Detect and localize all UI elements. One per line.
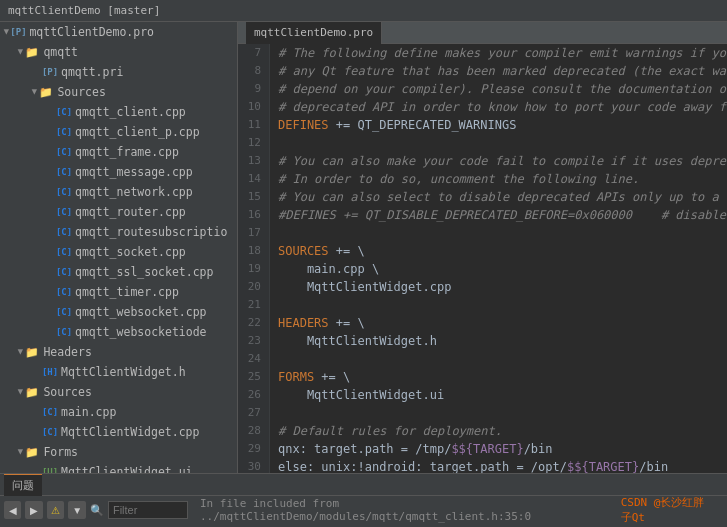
tree-item-label: qmqtt (43, 45, 78, 59)
code-line-8: 8# any Qt feature that has been marked d… (238, 62, 727, 80)
bottom-tabs: 问题 (0, 474, 727, 496)
line-number: 23 (238, 332, 270, 350)
line-content: HEADERS += \ (270, 314, 365, 332)
line-content: DEFINES += QT_DEPRECATED_WARNINGS (270, 116, 516, 134)
line-number: 9 (238, 80, 270, 98)
code-line-29: 29qnx: target.path = /tmp/$${TARGET}/bin (238, 440, 727, 458)
tree-item-label: qmqtt_websocketiode (75, 325, 207, 339)
tree-item-label: Headers (43, 345, 91, 359)
line-content: # Default rules for deployment. (270, 422, 502, 440)
code-line-17: 17 (238, 224, 727, 242)
tree-item-label: qmqtt_ssl_socket.cpp (75, 265, 213, 279)
line-content: MqttClientWidget.ui (270, 386, 444, 404)
file-icon-cpp: [C] (56, 104, 72, 120)
filter-button[interactable]: ▼ (68, 501, 85, 519)
code-line-19: 19 main.cpp \ (238, 260, 727, 278)
nav-right-button[interactable]: ▶ (25, 501, 42, 519)
line-number: 19 (238, 260, 270, 278)
line-number: 8 (238, 62, 270, 80)
watermark: CSDN @长沙红胖子Qt (621, 495, 715, 525)
tree-item-qmqtt-client-p[interactable]: [C]qmqtt_client_p.cpp (0, 122, 237, 142)
tree-item-forms[interactable]: ▶📁Forms (0, 442, 237, 462)
code-line-22: 22HEADERS += \ (238, 314, 727, 332)
tree-item-label: MqttClientWidget.h (61, 365, 186, 379)
file-icon-cpp: [C] (42, 404, 58, 420)
tree-item-qmqtt-ssl[interactable]: [C]qmqtt_ssl_socket.cpp (0, 262, 237, 282)
tree-item-label: qmqtt_socket.cpp (75, 245, 186, 259)
tree-item-qmqtt-client[interactable]: [C]qmqtt_client.cpp (0, 102, 237, 122)
line-number: 16 (238, 206, 270, 224)
file-icon-cpp: [C] (56, 244, 72, 260)
tree-item-qmqtt-routesub[interactable]: [C]qmqtt_routesubscriptio (0, 222, 237, 242)
line-content (270, 350, 278, 368)
tree-item-qmqtt-websocketiod[interactable]: [C]qmqtt_websocketiode (0, 322, 237, 342)
tree-item-headers1[interactable]: ▶📁Headers (0, 342, 237, 362)
code-line-24: 24 (238, 350, 727, 368)
tree-item-mqttclientwidget-h[interactable]: [H]MqttClientWidget.h (0, 362, 237, 382)
file-icon-cpp: [C] (56, 324, 72, 340)
editor-tab-bar: mqttClientDemo.pro (238, 22, 727, 44)
tree-item-label: qmqtt_frame.cpp (75, 145, 179, 159)
line-number: 20 (238, 278, 270, 296)
code-line-9: 9# depend on your compiler). Please cons… (238, 80, 727, 98)
nav-left-button[interactable]: ◀ (4, 501, 21, 519)
line-content: # depend on your compiler). Please consu… (270, 80, 727, 98)
tree-item-sources2[interactable]: ▶📁Sources (0, 382, 237, 402)
tree-item-qmqtt-message[interactable]: [C]qmqtt_message.cpp (0, 162, 237, 182)
line-content: FORMS += \ (270, 368, 350, 386)
file-icon-cpp: [C] (56, 164, 72, 180)
warning-button[interactable]: ⚠ (47, 501, 64, 519)
tree-item-label: Sources (57, 85, 105, 99)
tree-item-qmqtt[interactable]: ▶📁qmqtt (0, 42, 237, 62)
tree-item-qmqtt-frame[interactable]: [C]qmqtt_frame.cpp (0, 142, 237, 162)
file-icon-h: [H] (42, 364, 58, 380)
file-icon-cpp: [C] (56, 284, 72, 300)
tree-item-qmqtt-socket[interactable]: [C]qmqtt_socket.cpp (0, 242, 237, 262)
tree-item-mqttclientwidget-cpp[interactable]: [C]MqttClientWidget.cpp (0, 422, 237, 442)
filter-input[interactable] (108, 501, 188, 519)
filter-icon: 🔍 (90, 504, 104, 517)
code-line-28: 28# Default rules for deployment. (238, 422, 727, 440)
line-content: # any Qt feature that has been marked de… (270, 62, 727, 80)
tree-item-qmqtt-router[interactable]: [C]qmqtt_router.cpp (0, 202, 237, 222)
line-content: # The following define makes your compil… (270, 44, 727, 62)
folder-icon: 📁 (38, 84, 54, 100)
file-icon-cpp: [C] (56, 264, 72, 280)
tree-arrow-down: ▶ (16, 449, 26, 454)
file-icon-cpp: [C] (56, 184, 72, 200)
tree-item-label: qmqtt_network.cpp (75, 185, 193, 199)
bottom-tab-issues[interactable]: 问题 (4, 474, 42, 496)
tree-item-qmqtt-websocket[interactable]: [C]qmqtt_websocket.cpp (0, 302, 237, 322)
line-number: 26 (238, 386, 270, 404)
line-number: 13 (238, 152, 270, 170)
tree-item-qmqtt-network[interactable]: [C]qmqtt_network.cpp (0, 182, 237, 202)
tree-item-mqttclientwidget-ui[interactable]: [U]MqttClientWidget.ui (0, 462, 237, 473)
line-number: 10 (238, 98, 270, 116)
code-line-12: 12 (238, 134, 727, 152)
folder-icon: 📁 (24, 344, 40, 360)
file-tree[interactable]: ▶[P]mqttClientDemo.pro▶📁qmqtt[P]qmqtt.pr… (0, 22, 238, 473)
main-layout: ▶[P]mqttClientDemo.pro▶📁qmqtt[P]qmqtt.pr… (0, 22, 727, 473)
code-line-16: 16#DEFINES += QT_DISABLE_DEPRECATED_BEFO… (238, 206, 727, 224)
file-icon-cpp: [C] (56, 144, 72, 160)
line-content: # In order to do so, uncomment the follo… (270, 170, 639, 188)
tree-item-label: qmqtt_websocket.cpp (75, 305, 207, 319)
line-number: 30 (238, 458, 270, 473)
line-number: 22 (238, 314, 270, 332)
tree-item-qmqtt-pri[interactable]: [P]qmqtt.pri (0, 62, 237, 82)
code-area[interactable]: 7# The following define makes your compi… (238, 44, 727, 473)
tree-item-label: qmqtt_routesubscriptio (75, 225, 227, 239)
editor-tab[interactable]: mqttClientDemo.pro (246, 22, 382, 44)
line-number: 28 (238, 422, 270, 440)
tree-arrow-down: ▶ (30, 89, 40, 94)
tree-item-main-cpp[interactable]: [C]main.cpp (0, 402, 237, 422)
bottom-actions: ◀ ▶ ⚠ ▼ 🔍 In file included from ../mqttC… (0, 496, 727, 524)
editor-tab-label: mqttClientDemo.pro (254, 26, 373, 39)
code-line-26: 26 MqttClientWidget.ui (238, 386, 727, 404)
tree-item-label: MqttClientWidget.ui (61, 465, 193, 473)
tree-item-qmqtt-timer[interactable]: [C]qmqtt_timer.cpp (0, 282, 237, 302)
file-icon-cpp: [C] (56, 204, 72, 220)
line-number: 21 (238, 296, 270, 314)
tree-item-sources1[interactable]: ▶📁Sources (0, 82, 237, 102)
tree-item-root-pro[interactable]: ▶[P]mqttClientDemo.pro (0, 22, 237, 42)
